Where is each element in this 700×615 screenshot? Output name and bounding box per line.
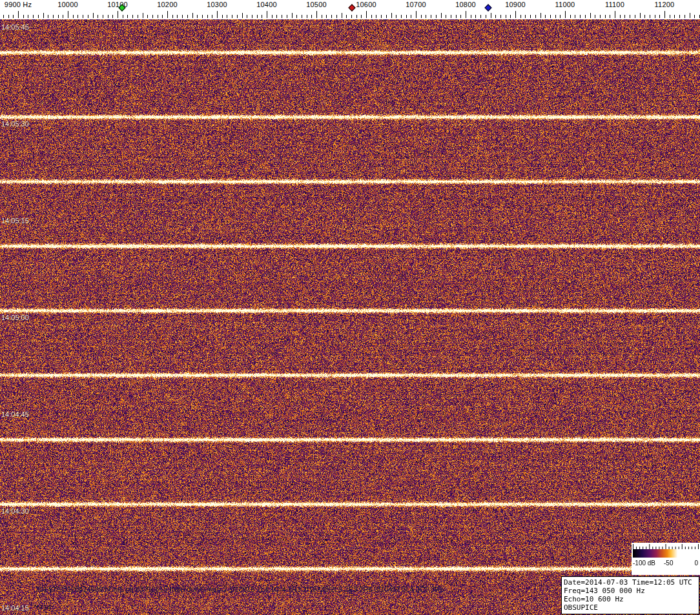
frequency-tick-label: 10000 — [57, 1, 78, 8]
time-axis-label: 14:05:45 — [1, 23, 29, 31]
colorbar-label-max: 0 — [694, 560, 698, 567]
time-axis-label: 14:04:45 — [1, 410, 29, 418]
colorbar-gradient — [633, 549, 699, 558]
frequency-tick-label: 10300 — [207, 1, 227, 8]
spectrogram-canvas — [0, 19, 700, 615]
info-box: Date=2014-07-03 Time=12:05 UTCFreq=143 0… — [561, 576, 699, 614]
colorbar: -100 dB -50 0 — [632, 543, 700, 575]
colorbar-label-mid: -50 — [664, 560, 673, 567]
info-line: Date=2014-07-03 Time=12:05 UTC — [564, 578, 697, 587]
event-annotation: 20140703120414680 hCnt5 nb-83 f10615 hit… — [36, 585, 444, 593]
time-axis-label: 14:05:15 — [1, 217, 29, 225]
frequency-tick-label: 9900 Hz — [5, 1, 32, 8]
colorbar-label-min: -100 dB — [633, 560, 655, 567]
frequency-tick-label: 11100 — [605, 1, 624, 8]
frequency-tick-label: 11000 — [555, 1, 575, 8]
frequency-tick-label: 10400 — [256, 1, 277, 8]
frequency-ruler: 9900 Hz100001010010200103001040010500106… — [0, 0, 700, 19]
spectrogram-app-window: 9900 Hz100001010010200103001040010500106… — [0, 0, 700, 615]
time-axis-label: 14:04:15 — [1, 604, 29, 612]
frequency-tick-label: 10600 — [356, 1, 376, 8]
frequency-tick-label: 10700 — [406, 1, 426, 8]
time-axis-label: 14:04:30 — [1, 507, 29, 515]
frequency-tick-label: 10200 — [157, 1, 178, 8]
colorbar-ticks-icon — [632, 543, 700, 549]
spectrogram-area: 14:05:4514:05:3014:05:1514:05:0014:04:45… — [0, 19, 700, 615]
frequency-tick-label: 10800 — [455, 1, 476, 8]
info-line: Echo=10 600 Hz — [564, 595, 697, 603]
info-line: Freq=143 050 000 Hz — [564, 587, 697, 595]
frequency-tick-label: 10500 — [306, 1, 327, 8]
time-cursor-annotation: ^t+14 — [34, 603, 51, 611]
time-axis-label: 14:05:30 — [1, 120, 29, 128]
time-axis-label: 14:05:00 — [1, 314, 29, 321]
info-line: OBSUPICE — [564, 603, 697, 612]
frequency-tick-label: 11200 — [655, 1, 675, 8]
frequency-tick-label: 10900 — [505, 1, 526, 8]
